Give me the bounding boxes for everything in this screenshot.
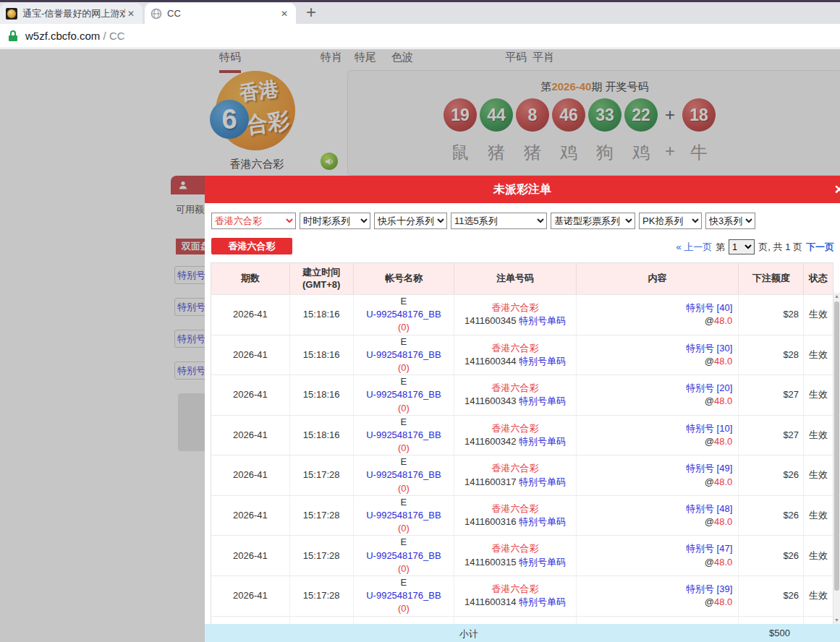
cell-amount: $28 <box>739 335 804 375</box>
account-link[interactable]: U-992548176_BB <box>366 549 441 562</box>
content-link[interactable]: 特别号 [30] <box>686 342 732 355</box>
content-link[interactable]: 特别号 [40] <box>686 301 732 314</box>
prev-page-link[interactable]: « 上一页 <box>676 241 712 254</box>
scroll-up-icon[interactable]: ▲ <box>833 293 840 300</box>
browser-tab-1[interactable]: 通宝-信誉最好的网上游戏平 ✕ <box>0 3 143 24</box>
cell-order: 香港六合彩 1411600314 特别号单码 <box>454 576 577 616</box>
col-header: 帐号名称 <box>354 263 455 294</box>
cell-order: 香港六合彩 1411600344 特别号单码 <box>454 335 577 375</box>
cell-account: E U-992548176_BB (0) <box>354 295 455 335</box>
tab-title: 通宝-信誉最好的网上游戏平 <box>22 7 125 20</box>
scrollbar-thumb[interactable] <box>834 301 839 591</box>
account-link[interactable]: U-992548176_BB <box>366 388 441 401</box>
cell-status: 生效 <box>804 536 833 575</box>
address-bar[interactable]: w5zf.cbcfo.com / CC <box>0 24 840 48</box>
browser-tab-bar: 通宝-信誉最好的网上游戏平 ✕ CC ✕ + <box>0 2 840 24</box>
cell-period: 2026-41 <box>211 455 290 495</box>
cell-order: 香港六合彩 1411600316 特别号单码 <box>454 496 577 536</box>
order-type-link[interactable]: 特别号单码 <box>519 557 566 568</box>
cell-time: 15:17:28 <box>290 536 354 575</box>
cell-status: 生效 <box>804 576 833 616</box>
cell-content: 特别号 [48] @48.0 <box>577 496 739 536</box>
cell-order: 香港六合彩 1411600343 特别号单码 <box>454 375 577 415</box>
order-type-link[interactable]: 特别号单码 <box>519 596 566 607</box>
cell-period: 2026-41 <box>211 295 290 335</box>
content-link[interactable]: 特别号 [39] <box>686 583 732 596</box>
url-text: w5zf.cbcfo.com / CC <box>25 30 125 42</box>
account-link[interactable]: U-992548176_BB <box>366 468 441 482</box>
game-series-select[interactable]: PK拾系列 <box>639 213 702 229</box>
account-link[interactable]: U-992548176_BB <box>366 589 441 602</box>
cell-account: E U-992548176_BB (0) <box>354 375 455 415</box>
cell-period: 2026-41 <box>211 536 290 575</box>
cell-amount: $26 <box>739 536 804 575</box>
page-select[interactable]: 1 <box>729 239 755 254</box>
game-series-select[interactable]: 快3系列 <box>705 213 755 229</box>
close-icon[interactable]: ✕ <box>125 9 137 19</box>
order-type-link[interactable]: 特别号单码 <box>519 356 566 367</box>
table-row: 2026-41 15:18:16 E U-992548176_BB (0) 香港… <box>211 415 833 455</box>
game-filter-row: 香港六合彩 时时彩系列 快乐十分系列 11选5系列 基诺型彩票系列 PK拾系列 <box>211 213 834 229</box>
table-row: 2026-41 15:17:28 E U-992548176_BB (0) 香港… <box>211 455 833 495</box>
account-link[interactable]: U-992548176_BB <box>366 348 441 361</box>
cell-status: 生效 <box>804 416 833 455</box>
cell-content: 特别号 [10] @48.0 <box>577 416 739 455</box>
modal-toolbar: 香港六合彩 « 上一页 第 1 页, 共 1 页 下一页 <box>211 237 834 255</box>
content-link[interactable]: 特别号 [10] <box>686 422 732 435</box>
close-icon[interactable]: ✕ <box>279 9 290 19</box>
game-series-select[interactable]: 快乐十分系列 <box>374 213 447 229</box>
col-header: 注单号码 <box>454 263 577 294</box>
site-favicon-icon <box>6 8 17 20</box>
modal-header: 未派彩注单 ✕ <box>205 176 840 203</box>
tab-title: CC <box>167 8 279 19</box>
cell-time: 15:18:16 <box>290 375 354 415</box>
game-tab-button[interactable]: 香港六合彩 <box>211 238 292 254</box>
content-link[interactable]: 特别号 [47] <box>686 542 732 555</box>
account-link[interactable]: U-992548176_BB <box>366 308 441 321</box>
game-series-select[interactable]: 时时彩系列 <box>300 213 370 229</box>
content-link[interactable]: 特别号 [48] <box>686 502 732 515</box>
content-link[interactable]: 特别号 [20] <box>686 382 732 395</box>
cell-amount: $26 <box>739 455 804 495</box>
order-type-link[interactable]: 特别号单码 <box>519 315 566 326</box>
subtotal-value: $500 <box>739 628 790 638</box>
game-series-select[interactable]: 香港六合彩 <box>211 213 296 229</box>
table-row: 2026-41 15:17:28 E U-992548176_BB (0) 香港… <box>211 575 833 616</box>
cell-account: E U-992548176_BB (0) <box>354 536 455 575</box>
table-row: 2026-41 15:18:16 E U-992548176_BB (0) 香港… <box>211 294 833 335</box>
order-type-link[interactable]: 特别号单码 <box>519 436 566 447</box>
browser-tab-2[interactable]: CC ✕ <box>145 3 296 24</box>
cell-content: 特别号 [20] @48.0 <box>577 375 739 415</box>
table-footer: 小计 $500 <box>205 624 840 642</box>
cell-time: 15:17:28 <box>290 455 354 495</box>
cell-time: 15:17:28 <box>290 576 354 616</box>
order-type-link[interactable]: 特别号单码 <box>519 516 566 527</box>
scroll-down-icon[interactable]: ▼ <box>833 617 840 624</box>
content-link[interactable]: 特别号 [49] <box>686 462 732 475</box>
col-header: 期数 <box>211 263 290 294</box>
col-header: 内容 <box>577 263 739 294</box>
account-link[interactable]: U-992548176_BB <box>366 429 441 442</box>
account-link[interactable]: U-992548176_BB <box>366 509 441 522</box>
order-type-link[interactable]: 特别号单码 <box>519 476 566 487</box>
lock-icon[interactable] <box>9 30 17 41</box>
cell-time: 15:18:16 <box>290 335 354 375</box>
table-scrollbar[interactable]: ▲ ▼ <box>833 293 840 624</box>
pagination: « 上一页 第 1 页, 共 1 页 下一页 <box>676 239 834 254</box>
game-series-select[interactable]: 11选5系列 <box>451 213 547 229</box>
cell-amount: $26 <box>739 496 804 536</box>
cell-amount: $27 <box>739 416 804 455</box>
close-icon[interactable]: ✕ <box>834 182 840 197</box>
game-series-select[interactable]: 基诺型彩票系列 <box>551 213 635 229</box>
cell-content: 特别号 [39] @48.0 <box>577 576 739 616</box>
cell-period: 2026-41 <box>211 375 290 415</box>
cell-order: 香港六合彩 1411600317 特别号单码 <box>454 455 577 495</box>
table-body: 2026-41 15:18:16 E U-992548176_BB (0) 香港… <box>211 294 833 642</box>
globe-icon <box>150 8 162 20</box>
cell-content: 特别号 [49] @48.0 <box>577 455 739 495</box>
cell-account: E U-992548176_BB (0) <box>354 335 455 375</box>
next-page-link[interactable]: 下一页 <box>806 241 834 254</box>
table-row: 2026-41 15:18:16 E U-992548176_BB (0) 香港… <box>211 374 833 415</box>
order-type-link[interactable]: 特别号单码 <box>519 395 566 406</box>
new-tab-button[interactable]: + <box>306 4 316 21</box>
